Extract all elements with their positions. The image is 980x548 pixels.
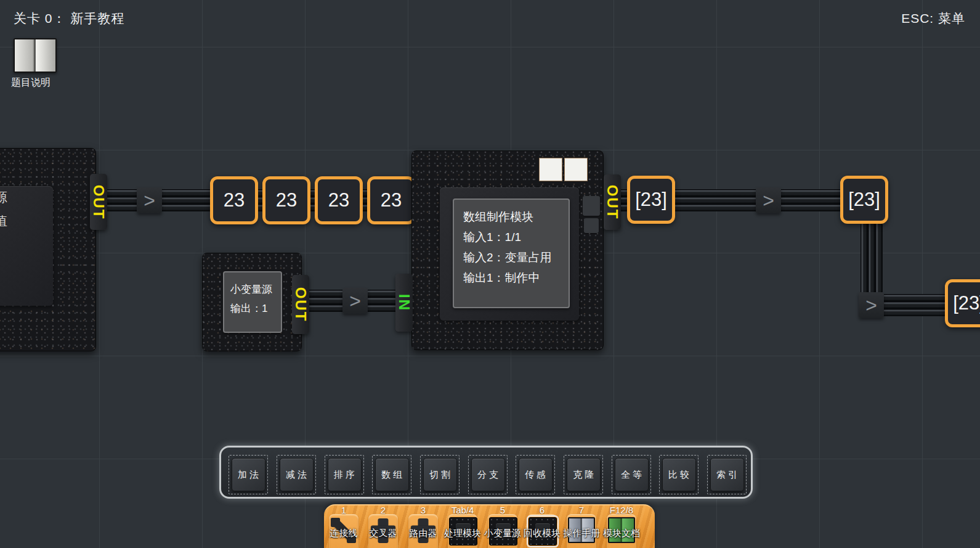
module-cell: 切 割: [420, 455, 460, 494]
help-label: 题目说明: [11, 76, 51, 89]
module-cell: 克 隆: [564, 455, 603, 494]
wire-down-right: [861, 224, 883, 293]
module-button-cut[interactable]: 切 割: [423, 458, 457, 491]
level-title: 关卡 0： 新手教程: [14, 10, 124, 27]
tooltip-output1: 输出1：制作中: [463, 268, 569, 288]
source-chip-out-port[interactable]: OUT: [292, 275, 309, 334]
arrow-glyph: >: [865, 294, 877, 317]
module-button-identical[interactable]: 全 等: [615, 458, 649, 491]
hotbar-label: 模块文档: [598, 528, 645, 539]
maker-chip-in-port[interactable]: IN: [395, 274, 413, 332]
wire-bottom-right: [883, 294, 946, 316]
module-cell: 减 法: [277, 455, 316, 494]
wire-direction-arrow: >: [756, 187, 781, 213]
module-cell: 排 序: [325, 455, 364, 494]
array-token: [23]: [945, 279, 980, 327]
module-button-sense[interactable]: 传 感: [519, 458, 553, 491]
value-token: 23: [367, 176, 415, 224]
out-port-label: OUT: [604, 185, 621, 220]
module-cell: 全 等: [612, 455, 651, 494]
left-chip-partial-text-line1: 源: [0, 189, 7, 206]
module-cell: 传 感: [516, 455, 555, 494]
open-book-icon[interactable]: [14, 38, 57, 73]
value-token: 23: [315, 176, 363, 224]
tooltip-input1: 输入1：1/1: [463, 227, 569, 247]
chip-component: [584, 218, 599, 233]
source-chip-title: 小变量源: [230, 280, 281, 299]
chip-component: [583, 196, 600, 216]
module-cell: 数 组: [372, 455, 411, 494]
left-chip-partial-text-line2: 值: [0, 213, 7, 229]
left-chip-out-port[interactable]: OUT: [90, 174, 107, 230]
arrow-glyph: >: [763, 189, 774, 212]
value-token: 23: [262, 176, 310, 224]
source-chip-output: 输出：1: [230, 299, 281, 318]
module-button-array[interactable]: 数 组: [375, 458, 409, 491]
wire-direction-arrow: >: [137, 187, 162, 213]
indicator-light: [539, 158, 562, 181]
module-button-add[interactable]: 加 法: [232, 458, 265, 491]
module-button-subtract[interactable]: 减 法: [280, 458, 314, 491]
module-button-sort[interactable]: 排 序: [328, 458, 362, 491]
module-button-clone[interactable]: 克 隆: [567, 458, 601, 491]
module-cell: 索 引: [707, 455, 747, 494]
module-cell: 分 支: [468, 455, 508, 494]
module-button-branch[interactable]: 分 支: [471, 458, 505, 491]
value-token: 23: [210, 176, 258, 224]
game-screen: 关卡 0： 新手教程 ESC: 菜单 题目说明 源 值 OUT > > > > …: [0, 0, 980, 548]
wire-direction-arrow: >: [859, 292, 884, 318]
array-token: [23]: [627, 176, 675, 224]
left-source-chip[interactable]: [0, 148, 96, 351]
arrow-glyph: >: [144, 189, 155, 212]
source-chip-label: 小变量源 输出：1: [223, 271, 282, 333]
module-cell: 加 法: [229, 455, 268, 494]
left-chip-die: [0, 186, 53, 306]
wire-direction-arrow: >: [342, 288, 368, 314]
tooltip-input2: 输入2：变量占用: [463, 247, 569, 268]
tooltip-title: 数组制作模块: [463, 207, 569, 227]
module-button-index[interactable]: 索 引: [710, 458, 744, 491]
array-token: [23]: [840, 176, 888, 224]
esc-menu-hint: ESC: 菜单: [901, 10, 965, 27]
maker-chip-out-port[interactable]: OUT: [604, 174, 621, 230]
in-port-label: IN: [395, 294, 413, 311]
indicator-light: [564, 158, 588, 181]
module-cell: 比 较: [659, 455, 699, 494]
maker-chip-tooltip: 数组制作模块 输入1：1/1 输入2：变量占用 输出1：制作中: [453, 198, 570, 308]
out-port-label: OUT: [90, 184, 107, 219]
arrow-glyph: >: [349, 290, 361, 313]
out-port-label: OUT: [292, 287, 309, 322]
module-button-compare[interactable]: 比 较: [662, 458, 696, 491]
